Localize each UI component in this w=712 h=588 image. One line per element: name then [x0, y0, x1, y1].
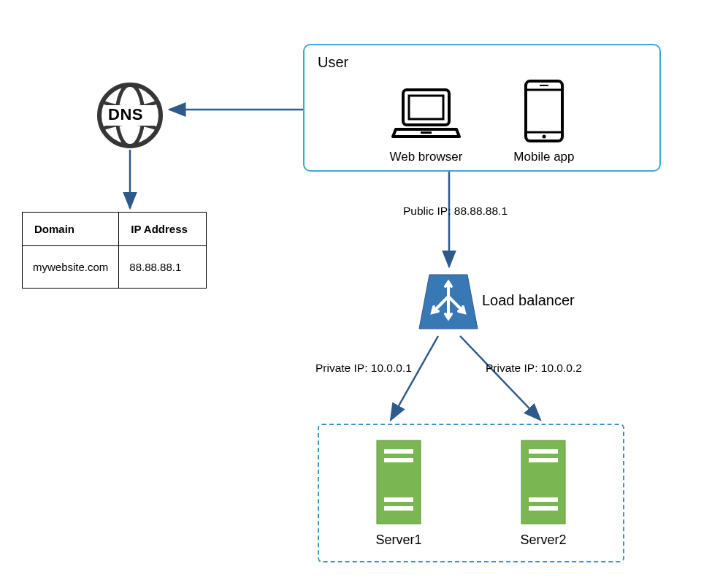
- server-1-label: Server1: [375, 532, 421, 548]
- mobile-app-label: Mobile app: [513, 150, 574, 164]
- svg-rect-27: [529, 458, 558, 462]
- svg-rect-29: [529, 506, 558, 511]
- dns-records-table: Domain IP Address mywebsite.com 88.88.88…: [22, 212, 207, 289]
- table-cell-domain: mywebsite.com: [23, 246, 119, 289]
- user-group-box: User Web browser Mobile app: [303, 44, 661, 172]
- load-balancer-label: Load balancer: [482, 292, 575, 309]
- public-ip-label: Public IP: 88.88.88.1: [403, 205, 508, 218]
- svg-rect-22: [384, 458, 413, 462]
- svg-line-4: [391, 336, 438, 420]
- servers-group-box: Server1 Server2: [318, 424, 624, 562]
- user-title: User: [318, 54, 646, 71]
- mobile-app-device: Mobile app: [513, 78, 574, 164]
- svg-rect-8: [421, 131, 432, 134]
- web-browser-label: Web browser: [389, 150, 462, 164]
- server-icon: [520, 439, 567, 525]
- laptop-icon: [391, 87, 461, 144]
- private-ip-1-label: Private IP: 10.0.0.1: [315, 362, 412, 375]
- table-header-domain: Domain: [23, 213, 119, 246]
- svg-rect-7: [409, 96, 443, 119]
- svg-line-5: [460, 336, 540, 420]
- load-balancer-icon: [416, 270, 481, 333]
- svg-rect-23: [384, 497, 413, 502]
- svg-point-12: [542, 135, 546, 139]
- dns-label: DNS: [108, 105, 143, 124]
- table-row: mywebsite.com 88.88.88.1: [23, 246, 207, 289]
- load-balancer-node: [416, 270, 481, 336]
- mobile-icon: [523, 78, 565, 144]
- svg-rect-24: [384, 506, 413, 511]
- dns-node: DNS: [95, 80, 165, 150]
- svg-rect-28: [529, 497, 558, 502]
- svg-rect-21: [384, 449, 413, 454]
- web-browser-device: Web browser: [389, 87, 462, 164]
- private-ip-2-label: Private IP: 10.0.0.2: [486, 362, 582, 375]
- table-header-ip: IP Address: [119, 213, 207, 246]
- table-cell-ip: 88.88.88.1: [119, 246, 207, 289]
- server-2: Server2: [520, 439, 567, 548]
- server-icon: [375, 439, 422, 525]
- svg-rect-26: [529, 449, 558, 454]
- server-2-label: Server2: [520, 532, 566, 548]
- server-1: Server1: [375, 439, 422, 548]
